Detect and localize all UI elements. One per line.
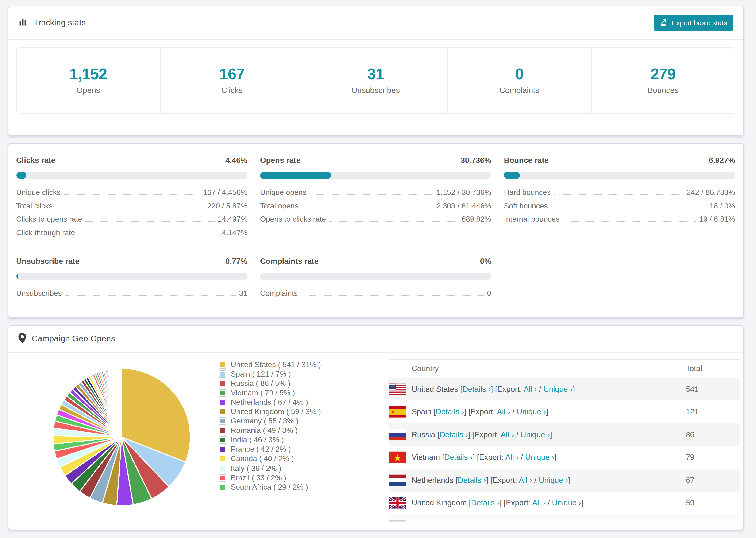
rate-rows: Hard bounces242 / 86.738%Soft bounces18 … (504, 188, 735, 228)
rate-progress-fill (16, 273, 18, 280)
separator: / (537, 385, 544, 393)
stat-cell-bounces: 279Bounces (591, 48, 735, 113)
dotted-leader (79, 235, 219, 235)
rate-percentage: 30.736% (460, 156, 491, 165)
legend-label: United States ( 541 / 31% ) (231, 360, 321, 369)
bracket: [ (469, 499, 471, 507)
rate-title-row: Complaints rate0% (260, 257, 491, 266)
rate-stat-label: Click through rate (16, 228, 75, 237)
bracket: ] (546, 407, 548, 416)
rate-stat-row: Total opens2,303 / 61.446% (260, 202, 491, 215)
geo-pie-legend: United States ( 541 / 31% )Spain ( 121 /… (219, 360, 321, 492)
legend-swatch (219, 417, 226, 425)
details-link[interactable]: Details › (444, 453, 473, 461)
legend-item-vietnam: Vietnam ( 79 / 5% ) (219, 388, 321, 398)
rate-stat-value: 242 / 86.738% (687, 188, 735, 197)
legend-swatch (219, 380, 226, 387)
export-icon (660, 18, 668, 27)
rate-progress-fill (504, 172, 520, 179)
legend-item-brazil: Brazil ( 33 / 2% ) (219, 473, 321, 482)
country-name: Russia (411, 430, 437, 439)
rate-percentage: 0.77% (225, 257, 247, 266)
export-unique-link[interactable]: Unique › (543, 385, 573, 393)
export-all-link[interactable]: All › (497, 407, 510, 416)
rate-stat-row: Soft bounces18 / 0% (504, 202, 735, 215)
details-link[interactable]: Details › (436, 407, 464, 416)
stat-label: Complaints (499, 86, 539, 95)
rate-stat-value: 14.497% (218, 215, 247, 224)
flag-icon-vn (389, 452, 406, 463)
dotted-leader (64, 194, 200, 195)
geo-table-row-ru: Russia [Details ›] [Export: All › / Uniq… (389, 423, 740, 446)
export-unique-link[interactable]: Unique › (552, 499, 581, 507)
rate-title: Unsubscribe rate (16, 257, 80, 266)
legend-item-romania: Romania ( 49 / 3% ) (219, 426, 321, 435)
export-all-link[interactable]: All › (532, 499, 546, 507)
rate-stat-label: Unique clicks (16, 188, 61, 197)
flag-icon-ru (389, 429, 406, 440)
bracket: ] [ (473, 453, 479, 461)
country-name: United Kingdom (411, 499, 469, 507)
export-unique-link[interactable]: Unique › (525, 453, 555, 461)
legend-label: Canada ( 40 / 2% ) (231, 455, 294, 463)
dotted-leader (65, 295, 236, 296)
details-link[interactable]: Details › (440, 430, 468, 439)
legend-swatch (219, 427, 226, 434)
legend-swatch (219, 389, 226, 397)
rate-title-row: Unsubscribe rate0.77% (16, 257, 247, 266)
export-basic-stats-button[interactable]: Export basic stats (654, 15, 733, 30)
geo-total-cell: 59 (686, 499, 694, 508)
separator: / (510, 407, 517, 416)
geo-pie-chart (48, 364, 195, 510)
bracket: [ (437, 430, 440, 439)
details-link[interactable]: Details › (471, 499, 499, 507)
separator: / (519, 453, 525, 461)
export-all-link[interactable]: All › (501, 430, 514, 439)
rate-title: Complaints rate (260, 257, 319, 266)
export-unique-link[interactable]: Unique › (520, 430, 550, 439)
legend-label: Netherlands ( 67 / 4% ) (231, 398, 308, 406)
flag-icon-gb (389, 497, 406, 509)
rate-stat-row: Hard bounces242 / 86.738% (504, 188, 735, 202)
stat-cell-clicks: 167Clicks (160, 48, 304, 113)
details-link[interactable]: Details › (462, 385, 491, 393)
geo-table: Country Total United States [Details ›] … (389, 359, 740, 530)
rate-stat-label: Unique opens (260, 188, 307, 197)
export-all-link[interactable]: All › (519, 476, 532, 484)
export-unique-link[interactable]: Unique › (539, 476, 568, 484)
legend-item-germany: Germany ( 55 / 3% ) (219, 416, 321, 426)
geo-country-cell: United Kingdom [Details ›] [Export: All … (411, 499, 583, 508)
export-unique-link[interactable]: Unique › (517, 407, 546, 416)
legend-swatch (219, 399, 226, 406)
bracket: ] [ (464, 407, 471, 416)
legend-swatch (219, 446, 226, 453)
rate-progress-fill (16, 172, 27, 179)
export-all-link[interactable]: All › (523, 385, 537, 393)
legend-label: Russia ( 86 / 5% ) (231, 379, 291, 388)
rate-stat-row: Complaints0 (260, 289, 491, 302)
export-all-link[interactable]: All › (505, 453, 519, 461)
legend-label: Italy ( 36 / 2% ) (231, 464, 281, 472)
geo-country-cell: United States [Details ›] [Export: All ›… (411, 385, 575, 394)
details-link[interactable]: Details › (458, 476, 486, 484)
country-name: Netherlands (411, 476, 456, 484)
rate-stat-value: 18 / 0% (710, 202, 735, 210)
separator: / (546, 499, 552, 507)
bracket: ] (573, 385, 575, 393)
rate-stat-value: 31 (239, 289, 247, 297)
country-name: Vietnam (411, 453, 442, 461)
rate-title-row: Clicks rate4.46% (16, 156, 247, 165)
legend-item-india: India ( 46 / 3% ) (219, 435, 321, 445)
geo-total-cell: 79 (686, 453, 694, 462)
rate-stat-label: Complaints (260, 289, 298, 297)
rate-progress-bar (504, 172, 735, 179)
bracket: ] (568, 476, 570, 484)
rate-stat-row: Unique clicks167 / 4.456% (16, 188, 247, 202)
stat-label: Bounces (648, 86, 678, 95)
rate-stat-value: 220 / 5.87% (207, 202, 247, 210)
rate-progress-bar (16, 273, 247, 280)
stat-cell-opens: 1,152Opens (17, 48, 160, 113)
stat-label: Opens (77, 86, 100, 95)
rate-title: Bounce rate (504, 156, 549, 165)
geo-total-cell: 86 (686, 430, 694, 439)
